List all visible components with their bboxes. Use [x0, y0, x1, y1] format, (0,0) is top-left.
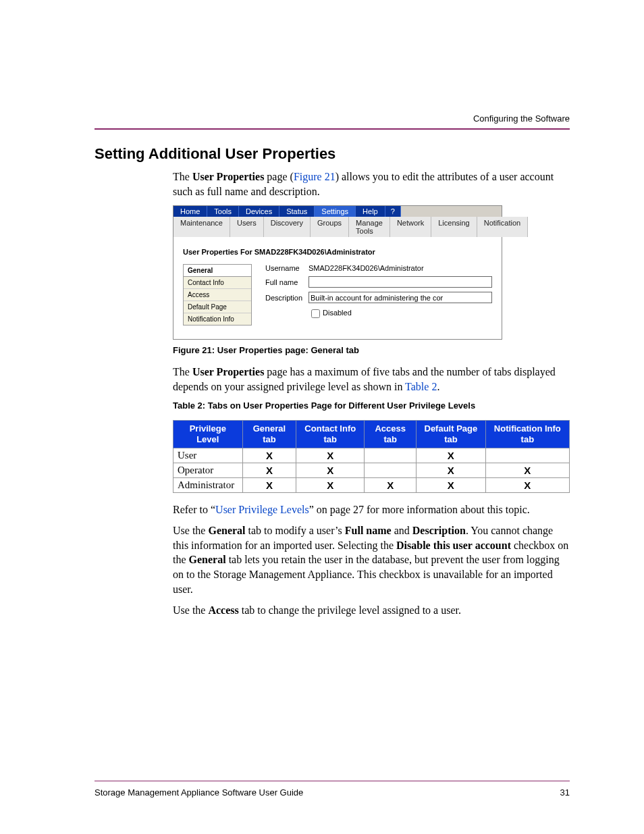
nav-settings[interactable]: Settings — [315, 206, 356, 217]
header-rule — [95, 128, 570, 130]
text: page ( — [264, 171, 294, 182]
cell: X — [296, 448, 365, 463]
tab-notification-info[interactable]: Notification Info — [184, 313, 251, 325]
page-number: 31 — [560, 787, 570, 798]
cell: X — [485, 477, 569, 492]
subnav-licensing[interactable]: Licensing — [431, 217, 477, 237]
access-tab-paragraph: Use the Access tab to change the privile… — [173, 603, 570, 618]
cell: X — [417, 463, 486, 477]
disabled-checkbox[interactable] — [311, 309, 320, 318]
text: . — [437, 381, 439, 392]
username-label: Username — [265, 264, 308, 272]
cell: X — [485, 463, 569, 477]
term-general: General — [189, 554, 226, 565]
text: tab to change the privilege level assign… — [239, 604, 461, 616]
cell-level: User — [173, 448, 243, 463]
subnav-network[interactable]: Network — [390, 217, 431, 237]
general-tab-paragraph: Use the General tab to modify a user’s F… — [173, 523, 570, 596]
cell — [485, 448, 569, 463]
tabs-paragraph: The User Properties page has a maximum o… — [173, 365, 570, 394]
term-user-properties: User Properties — [192, 171, 264, 182]
crossref-link[interactable]: User Privilege Levels — [215, 504, 309, 515]
fullname-label: Full name — [265, 278, 308, 286]
text: The — [173, 366, 192, 377]
privilege-table: Privilege Level General tab Contact Info… — [173, 420, 570, 492]
description-label: Description — [265, 294, 308, 302]
term-disable-account: Disable this user account — [396, 540, 511, 551]
cell — [365, 463, 417, 477]
term-full-name: Full name — [345, 525, 392, 536]
subnav-maintenance[interactable]: Maintenance — [173, 217, 230, 237]
term-access: Access — [208, 604, 238, 616]
description-input[interactable] — [308, 292, 492, 303]
cell: X — [417, 448, 486, 463]
subnav-users[interactable]: Users — [230, 217, 264, 237]
text: The — [173, 171, 192, 182]
nav-tools[interactable]: Tools — [207, 206, 239, 217]
fullname-input[interactable] — [308, 276, 492, 288]
nav-top-row: Home Tools Devices Status Settings Help … — [173, 206, 502, 217]
subnav-notification[interactable]: Notification — [477, 217, 528, 237]
cell: X — [296, 463, 365, 477]
nav-help-icon[interactable]: ? — [385, 206, 401, 217]
username-value: SMAD228FK34D026\Administrator — [308, 264, 492, 272]
cell: X — [242, 448, 296, 463]
table-caption: Table 2: Tabs on User Properties Page fo… — [173, 400, 570, 411]
term-general: General — [208, 525, 245, 536]
th-notification-info-tab: Notification Info tab — [485, 421, 569, 448]
table-row: Administrator X X X X X — [173, 477, 570, 492]
table-row: User X X X — [173, 448, 570, 463]
nav-devices[interactable]: Devices — [239, 206, 279, 217]
section-heading: Setting Additional User Properties — [95, 145, 570, 163]
term-description: Description — [412, 525, 466, 536]
figure-screenshot: Home Tools Devices Status Settings Help … — [173, 205, 502, 340]
figure-link[interactable]: Figure 21 — [294, 171, 336, 182]
nav-help[interactable]: Help — [356, 206, 385, 217]
cell: X — [417, 477, 486, 492]
footer-rule — [95, 781, 570, 781]
nav-sub-row: Maintenance Users Discovery Groups Manag… — [173, 217, 502, 237]
subnav-manage-tools[interactable]: Manage Tools — [349, 217, 390, 237]
th-privilege-level: Privilege Level — [173, 421, 243, 448]
tab-default-page[interactable]: Default Page — [184, 301, 251, 313]
th-general-tab: General tab — [242, 421, 296, 448]
table-row: Operator X X X X — [173, 463, 570, 477]
cell-level: Operator — [173, 463, 243, 477]
th-access-tab: Access tab — [365, 421, 417, 448]
refer-paragraph: Refer to “User Privilege Levels” on page… — [173, 502, 570, 517]
cell: X — [296, 477, 365, 492]
cell: X — [242, 463, 296, 477]
footer-title: Storage Management Appliance Software Us… — [95, 787, 303, 798]
th-default-page-tab: Default Page tab — [417, 421, 486, 448]
disabled-label: Disabled — [323, 309, 352, 317]
subnav-groups[interactable]: Groups — [311, 217, 349, 237]
text: Use the — [173, 525, 208, 536]
cell-level: Administrator — [173, 477, 243, 492]
subnav-discovery[interactable]: Discovery — [264, 217, 311, 237]
text: tab to modify a user’s — [246, 525, 345, 536]
screenshot-title: User Properties For SMAD228FK34D026\Admi… — [183, 248, 492, 256]
intro-paragraph: The User Properties page (Figure 21) all… — [173, 170, 570, 199]
cell — [365, 448, 417, 463]
th-contact-info-tab: Contact Info tab — [296, 421, 365, 448]
figure-caption: Figure 21: User Properties page: General… — [173, 345, 570, 355]
running-header: Configuring the Software — [473, 113, 570, 124]
text: ” on page 27 for more information about … — [309, 504, 530, 515]
nav-status[interactable]: Status — [279, 206, 315, 217]
tab-contact-info[interactable]: Contact Info — [184, 277, 251, 289]
table-link[interactable]: Table 2 — [405, 381, 437, 392]
text: tab lets you retain the user in the data… — [173, 554, 560, 594]
text: Use the — [173, 604, 208, 616]
side-tabs: General Contact Info Access Default Page… — [183, 264, 252, 325]
nav-home[interactable]: Home — [173, 206, 207, 217]
cell: X — [365, 477, 417, 492]
text: and — [392, 525, 412, 536]
cell: X — [242, 477, 296, 492]
text: Refer to “ — [173, 504, 215, 515]
tab-access[interactable]: Access — [184, 289, 251, 301]
term-user-properties: User Properties — [192, 366, 264, 377]
tab-general[interactable]: General — [184, 265, 251, 277]
